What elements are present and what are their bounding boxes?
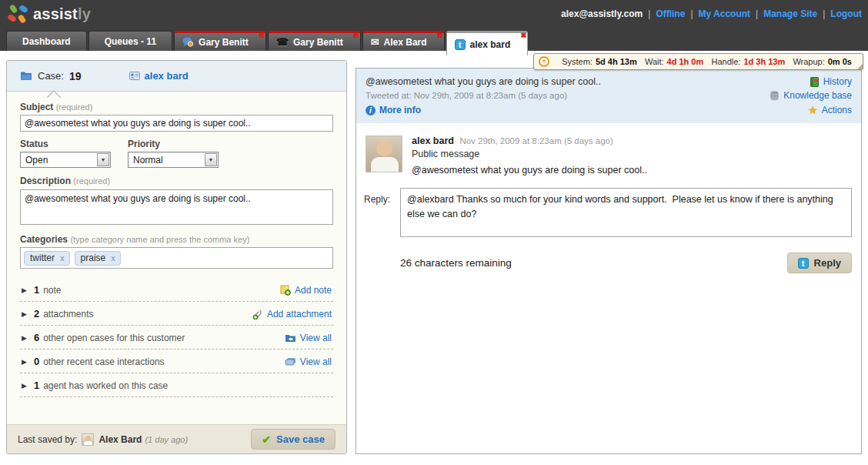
priority-select[interactable]: Normal	[128, 152, 219, 168]
categories-input[interactable]: twitter praise	[20, 247, 333, 269]
save-case-button[interactable]: Save case	[251, 429, 336, 450]
characters-remaining: 26 characters remaining	[400, 257, 512, 269]
history-link[interactable]: History	[810, 76, 852, 87]
last-saved-name: Alex Bard	[98, 434, 142, 445]
tab-case-alex-bard-twitter[interactable]: alex bard	[446, 31, 529, 55]
notes-section-row: 1 note Add note	[20, 278, 333, 302]
tweeted-at: Tweeted at: Nov 29th, 2009 at 8:23am (5 …	[366, 91, 770, 100]
phone-icon	[276, 37, 289, 47]
subject-label: Subject (required)	[20, 102, 333, 112]
expand-caret-icon[interactable]	[22, 334, 27, 342]
reply-textarea[interactable]: @alexbard Thanks so much for your kind w…	[400, 188, 852, 237]
avatar	[366, 135, 402, 172]
case-number: 19	[69, 70, 82, 82]
reply-label: Reply:	[364, 188, 400, 237]
account-bar: alex@assistly.com Offline My Account Man…	[561, 8, 862, 19]
remove-tag-icon[interactable]	[60, 254, 65, 263]
message-author: alex bard	[412, 135, 454, 146]
info-icon	[366, 105, 376, 115]
tab-case-gary-benitt-chat[interactable]: Gary Benitt	[174, 31, 266, 51]
open-cases-section-row: 6 other open cases for this customer Vie…	[20, 326, 333, 350]
description-label: Description (required)	[20, 176, 333, 186]
message-timestamp: Nov 29th, 2009 at 8:23am (5 days ago)	[459, 136, 613, 146]
checkmark-icon	[262, 433, 271, 446]
category-tag: twitter	[24, 251, 70, 266]
subject-input[interactable]	[20, 115, 333, 132]
expand-caret-icon[interactable]	[22, 358, 27, 366]
interaction-panel: @awesometest what you guys are doing is …	[356, 68, 862, 454]
category-tag: praise	[75, 251, 121, 266]
interactions-section-row: 0 other recent case interactions View al…	[20, 350, 333, 373]
actions-link[interactable]: Actions	[808, 104, 852, 116]
status-label: Status	[20, 139, 111, 149]
stat-handle: Handle:1d 3h 13m	[711, 57, 785, 66]
status-select[interactable]: Open	[20, 152, 111, 168]
case-form: Subject (required) Status Open Priority …	[7, 92, 346, 397]
close-icon[interactable]	[437, 32, 443, 39]
agent-stats-bar: System:5d 4h 13m Wait:4d 1h 0m Handle:1d…	[533, 53, 863, 70]
attachments-section-row: 2 attachments Add attachment	[20, 302, 333, 326]
view-all-interactions-link[interactable]: View all	[285, 356, 332, 367]
case-panel-header: Case: 19 alex bard	[7, 61, 346, 92]
case-sections: 1 note Add note 2 attachments Add at	[20, 278, 333, 397]
manage-site-link[interactable]: Manage Site	[763, 8, 817, 19]
expand-caret-icon[interactable]	[22, 310, 27, 318]
case-tab[interactable]: Case: 19	[20, 70, 82, 82]
add-note-icon	[280, 285, 291, 296]
logout-link[interactable]: Logout	[830, 8, 862, 19]
agents-section-row: 1 agent has worked on this case	[20, 373, 333, 397]
brand-name: assistly	[33, 5, 91, 23]
chat-bubble-icon	[182, 37, 194, 47]
last-saved-time: (1 day ago)	[145, 435, 188, 444]
description-textarea[interactable]: @awesometest what you guys are doing is …	[20, 189, 333, 225]
remove-tag-icon[interactable]	[111, 254, 115, 263]
tab-case-gary-benitt-phone[interactable]: Gary Benitt	[268, 31, 361, 51]
stat-wait: Wait:4d 1h 0m	[645, 57, 703, 66]
view-all-cases-link[interactable]: View all	[285, 333, 332, 343]
case-folder-icon	[20, 71, 32, 81]
resize-grip[interactable]	[857, 64, 863, 69]
clock-dropdown-icon[interactable]	[539, 56, 549, 67]
tab-queues[interactable]: Queues - 11	[88, 31, 172, 51]
envelope-icon	[371, 37, 379, 47]
chat-bubble-icon	[285, 357, 296, 366]
categories-label: Categories (type category name and press…	[20, 234, 333, 245]
stat-wrapup: Wrapup:0m 0s	[793, 57, 852, 66]
add-attachment-link[interactable]: Add attachment	[252, 309, 332, 319]
folder-icon	[285, 333, 296, 343]
customer-link[interactable]: alex bard	[129, 70, 189, 82]
chevron-down-icon	[205, 153, 217, 166]
reply-button[interactable]: Reply	[787, 253, 852, 273]
last-saved-label: Last saved by:	[18, 434, 77, 445]
priority-label: Priority	[128, 139, 219, 149]
add-note-link[interactable]: Add note	[280, 285, 332, 296]
vcard-icon	[129, 72, 140, 80]
tweet-subject: @awesometest what you guys are doing is …	[366, 76, 770, 87]
my-account-link[interactable]: My Account	[699, 8, 751, 19]
tab-dashboard[interactable]: Dashboard	[6, 31, 87, 51]
message-visibility: Public message	[412, 149, 647, 159]
offline-link[interactable]: Offline	[656, 8, 685, 19]
top-header: assistly alex@assistly.com Offline My Ac…	[0, 0, 868, 29]
twitter-icon	[455, 39, 466, 50]
case-panel: Case: 19 alex bard Subject (required) St…	[6, 60, 347, 454]
stat-system: System:5d 4h 13m	[562, 57, 637, 66]
account-email: alex@assistly.com	[561, 8, 643, 19]
chevron-down-icon	[97, 153, 109, 166]
close-icon[interactable]	[521, 32, 527, 39]
case-footer: Last saved by: Alex Bard (1 day ago) Sav…	[7, 424, 346, 453]
tab-case-alex-bard-email[interactable]: Alex Bard	[362, 31, 445, 51]
expand-caret-icon[interactable]	[22, 382, 27, 390]
interaction-header: @awesometest what you guys are doing is …	[356, 69, 861, 123]
database-icon	[770, 91, 780, 101]
tab-bar: Dashboard Queues - 11 Gary Benitt Gary B…	[0, 29, 868, 51]
close-icon[interactable]	[353, 32, 359, 39]
app-logo: assistly	[8, 4, 91, 24]
close-icon[interactable]	[259, 32, 265, 39]
more-info-link[interactable]: More info	[366, 105, 770, 115]
message-item: alex bard Nov 29th, 2009 at 8:23am (5 da…	[356, 123, 861, 180]
knowledge-base-link[interactable]: Knowledge base	[770, 90, 852, 101]
avatar	[82, 433, 94, 446]
expand-caret-icon[interactable]	[22, 286, 27, 294]
twitter-icon	[798, 258, 809, 269]
